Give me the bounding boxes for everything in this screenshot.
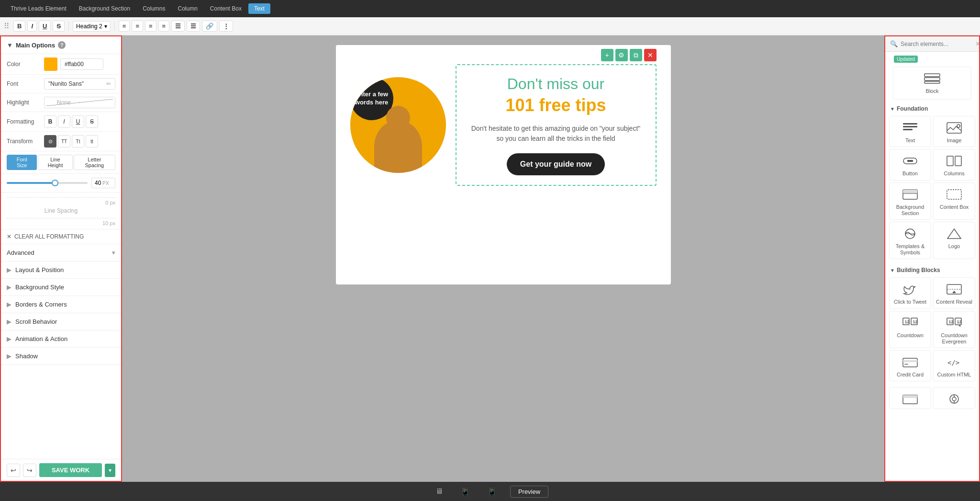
- slider-fill: [7, 182, 55, 184]
- element-custom-html[interactable]: </> Custom HTML: [933, 350, 975, 381]
- element-image[interactable]: Image: [933, 116, 975, 147]
- px-unit: PX: [102, 181, 109, 186]
- align-center-button[interactable]: ≡: [132, 21, 143, 32]
- color-input[interactable]: [60, 58, 103, 70]
- element-credit-card[interactable]: Credit Card: [889, 350, 931, 381]
- drag-handle[interactable]: ⠿: [4, 22, 10, 31]
- font-size-value[interactable]: 40: [95, 180, 101, 186]
- redo-button[interactable]: ↪: [23, 464, 36, 477]
- device-mobile-btn[interactable]: 📱: [483, 485, 501, 498]
- element-columns[interactable]: Columns: [933, 149, 975, 180]
- device-desktop-btn[interactable]: 🖥: [432, 485, 447, 498]
- bold-button[interactable]: B: [13, 21, 25, 32]
- svg-rect-15: [947, 190, 961, 199]
- layout-position-section[interactable]: ▶ Layout & Position: [1, 262, 121, 279]
- element-extra2[interactable]: [933, 387, 975, 409]
- text-section-box[interactable]: Don't miss our 101 free tips Don't hesit…: [456, 64, 657, 186]
- advanced-section[interactable]: Advanced ▾: [1, 244, 121, 262]
- transform-titlecase[interactable]: Tt: [72, 135, 84, 148]
- element-bg-section[interactable]: Background Section: [889, 182, 931, 220]
- transform-none[interactable]: ⊘: [44, 135, 56, 148]
- tab-font-size[interactable]: Font Size: [7, 155, 37, 170]
- strikethrough-button[interactable]: S: [53, 21, 65, 32]
- font-size-slider[interactable]: [7, 182, 88, 184]
- nav-background-section[interactable]: Background Section: [73, 3, 136, 14]
- animation-label: Animation & Action: [15, 335, 67, 342]
- underline-button[interactable]: U: [39, 21, 51, 32]
- format-underline[interactable]: U: [72, 115, 84, 128]
- borders-corners-section[interactable]: ▶ Borders & Corners: [1, 296, 121, 313]
- tab-line-height[interactable]: Line Height: [38, 155, 72, 170]
- add-element-btn[interactable]: +: [601, 49, 613, 61]
- svg-rect-0: [924, 74, 940, 77]
- transform-lowercase[interactable]: tt: [86, 135, 98, 148]
- panel-title: Main Options: [16, 42, 55, 49]
- save-work-button[interactable]: SAVE WORK: [39, 463, 102, 477]
- font-edit-icon[interactable]: ✏: [106, 80, 111, 87]
- format-italic[interactable]: I: [58, 115, 70, 128]
- preview-button[interactable]: Preview: [510, 486, 548, 498]
- save-dropdown-button[interactable]: ▾: [105, 464, 115, 477]
- animation-action-section[interactable]: ▶ Animation & Action: [1, 330, 121, 348]
- scroll-behavior-section[interactable]: ▶ Scroll Behavior: [1, 313, 121, 330]
- transform-uppercase[interactable]: TT: [58, 135, 70, 148]
- settings-element-btn[interactable]: ⚙: [615, 49, 628, 61]
- shadow-section[interactable]: ▶ Shadow: [1, 348, 121, 365]
- delete-element-btn[interactable]: ✕: [644, 49, 657, 61]
- nav-column[interactable]: Column: [172, 3, 203, 14]
- shadow-label: Shadow: [15, 353, 38, 360]
- element-text[interactable]: Text: [889, 116, 931, 147]
- align-justify-button[interactable]: ≡: [158, 21, 170, 32]
- nav-text[interactable]: Text: [248, 3, 270, 14]
- svg-rect-31: [903, 360, 917, 362]
- svg-text:12: 12: [949, 319, 954, 324]
- element-logo[interactable]: Logo: [933, 222, 975, 259]
- columns-element-icon: [946, 154, 963, 168]
- element-click-to-tweet[interactable]: Click to Tweet: [889, 277, 931, 308]
- text-element-icon: [902, 121, 919, 135]
- link-button[interactable]: 🔗: [202, 21, 217, 32]
- align-left-button[interactable]: ≡: [119, 21, 130, 32]
- highlight-selector[interactable]: None: [44, 97, 115, 108]
- align-right-button[interactable]: ≡: [145, 21, 156, 32]
- element-content-box[interactable]: Content Box: [933, 182, 975, 220]
- heading-select[interactable]: Heading 2 ▾: [73, 21, 111, 32]
- italic-button[interactable]: I: [27, 21, 37, 32]
- cta-button[interactable]: Get your guide now: [507, 153, 605, 175]
- block-item[interactable]: Block: [893, 67, 971, 100]
- formatting-row: Formatting B I U S: [1, 112, 121, 132]
- format-bold[interactable]: B: [44, 115, 56, 128]
- undo-button[interactable]: ↩: [7, 464, 20, 477]
- device-tablet-btn[interactable]: 📱: [457, 485, 474, 498]
- copy-element-btn[interactable]: ⧉: [630, 49, 642, 61]
- clear-formatting-btn[interactable]: ✕ CLEAR ALL FORMATTING: [1, 229, 121, 244]
- nav-thrive-leads[interactable]: Thrive Leads Element: [5, 3, 72, 14]
- slider-thumb[interactable]: [52, 180, 58, 186]
- font-name: "Nunito Sans": [48, 80, 84, 87]
- dashed-line-top: [7, 197, 115, 198]
- element-content-reveal[interactable]: Content Reveal: [933, 277, 975, 308]
- creditcard-element-label: Credit Card: [897, 372, 924, 378]
- highlight-value-group: None: [44, 97, 115, 108]
- tab-letter-spacing[interactable]: Letter Spacing: [74, 155, 115, 170]
- close-search-icon[interactable]: ✕: [975, 40, 980, 47]
- font-selector[interactable]: "Nunito Sans" ✏: [44, 78, 115, 90]
- canvas-area[interactable]: Enter a few words here + ⚙ ⧉ ✕: [122, 35, 884, 482]
- element-extra1[interactable]: [889, 387, 931, 409]
- nav-content-box[interactable]: Content Box: [204, 3, 247, 14]
- nav-columns[interactable]: Columns: [137, 3, 171, 14]
- element-countdown[interactable]: 12 12 Countdown: [889, 311, 931, 348]
- list-unordered-button[interactable]: ☰: [171, 21, 185, 32]
- help-icon[interactable]: ?: [58, 41, 66, 49]
- element-countdown-evergreen[interactable]: 12 12 Countdown Evergreen: [933, 311, 975, 348]
- element-button[interactable]: Button: [889, 149, 931, 180]
- list-ordered-button[interactable]: ☰: [187, 21, 200, 32]
- more-options-button[interactable]: ⋮: [219, 21, 233, 32]
- elements-search-input[interactable]: [901, 41, 972, 47]
- save-footer: ↩ ↪ SAVE WORK ▾: [1, 459, 121, 481]
- color-swatch[interactable]: [44, 57, 57, 71]
- format-strikethrough[interactable]: S: [86, 115, 98, 128]
- element-templates[interactable]: Templates & Symbols: [889, 222, 931, 259]
- background-style-section[interactable]: ▶ Background Style: [1, 279, 121, 296]
- templates-element-icon: [902, 227, 919, 240]
